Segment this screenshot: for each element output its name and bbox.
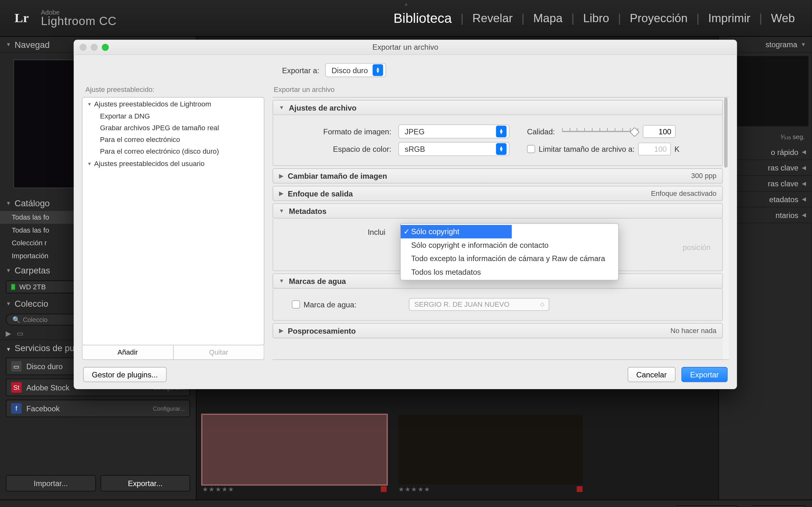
export-to-label: Exportar a: <box>282 66 319 74</box>
limit-size-input[interactable] <box>638 143 671 156</box>
position-label-disabled: posición <box>682 243 711 252</box>
quality-input[interactable] <box>643 125 675 138</box>
section-postprocess[interactable]: ▶PosprocesamientoNo hacer nada <box>272 323 723 338</box>
quality-label: Calidad: <box>527 127 562 136</box>
export-dialog: Exportar un archivo Exportar a: Disco du… <box>73 40 737 389</box>
preset-group[interactable]: ▼Ajustes preestablecidos del usuario <box>83 157 264 170</box>
metadata-option[interactable]: Sólo copyright <box>401 225 512 238</box>
export-to-select[interactable]: Disco duro ▴▾ <box>325 63 386 77</box>
caret-icon: ▴▾ <box>373 64 383 76</box>
section-resize[interactable]: ▶Cambiar tamaño de imagen300 ppp <box>272 168 723 183</box>
limit-size-checkbox[interactable] <box>527 145 535 153</box>
metadata-option[interactable]: Todos los metadatos <box>401 265 618 279</box>
color-space-label: Espacio de color: <box>281 145 398 153</box>
dialog-titlebar[interactable]: Exportar un archivo <box>73 40 737 55</box>
dialog-title: Exportar un archivo <box>73 43 737 52</box>
scrollbar[interactable] <box>723 98 728 359</box>
watermark-checkbox[interactable] <box>292 300 300 308</box>
metadata-option[interactable]: Sólo copyright e información de contacto <box>401 238 618 251</box>
preset-item[interactable]: Para el correo electrónico <box>83 134 264 146</box>
preset-add-button[interactable]: Añadir <box>83 345 173 359</box>
preset-item[interactable]: Para el correo electrónico (disco duro) <box>83 146 264 157</box>
include-label: Inclui <box>281 228 392 237</box>
color-space-select[interactable]: sRGB▴▾ <box>398 142 509 156</box>
watermark-select[interactable]: SERGIO R. DE JUAN NUEVO◇ <box>409 298 550 311</box>
metadata-option[interactable]: Todo excepto la información de cámara y … <box>401 252 618 265</box>
image-format-select[interactable]: JPEG▴▾ <box>398 124 509 138</box>
section-file-settings[interactable]: ▼Ajustes de archivo <box>272 100 723 115</box>
preset-label: Ajuste preestablecido: <box>85 85 264 94</box>
caret-icon: ▴▾ <box>496 143 507 155</box>
limit-size-unit: K <box>674 145 679 153</box>
caret-icon: ▴▾ <box>496 125 507 137</box>
caret-icon: ◇ <box>540 302 544 307</box>
section-metadata[interactable]: ▼Metadatos <box>272 204 723 219</box>
preset-list[interactable]: ▼Ajustes preestablecidos de Lightroom Ex… <box>82 97 264 345</box>
preset-remove-button[interactable]: Quitar <box>173 345 264 359</box>
preset-item[interactable]: Exportar a DNG <box>83 111 264 122</box>
export-confirm-button[interactable]: Exportar <box>681 367 728 382</box>
cancel-button[interactable]: Cancelar <box>627 367 675 382</box>
metadata-include-dropdown[interactable]: Sólo copyright Sólo copyright e informac… <box>400 223 619 280</box>
settings-label: Exportar un archivo <box>274 85 729 94</box>
image-format-label: Formato de imagen: <box>281 127 398 136</box>
plugin-manager-button[interactable]: Gestor de plugins... <box>83 367 166 382</box>
section-output-sharpen[interactable]: ▶Enfoque de salidaEnfoque desactivado <box>272 186 723 201</box>
quality-slider[interactable] <box>562 127 638 136</box>
limit-size-label: Limitar tamaño de archivo a: <box>539 145 635 153</box>
preset-item[interactable]: Grabar archivos JPEG de tamaño real <box>83 122 264 134</box>
preset-group[interactable]: ▼Ajustes preestablecidos de Lightroom <box>83 98 264 111</box>
watermark-label: Marca de agua: <box>304 300 357 309</box>
